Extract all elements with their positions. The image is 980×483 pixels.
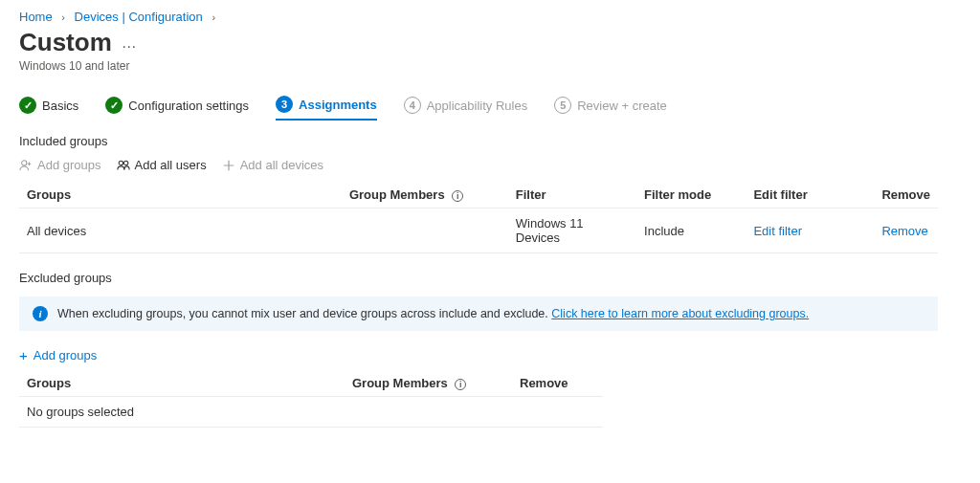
add-all-devices-button[interactable]: Add all devices — [222, 158, 323, 172]
wizard-steps: ✓ Basics ✓ Configuration settings 3 Assi… — [19, 96, 961, 121]
step-label: Assignments — [299, 98, 377, 112]
button-label: Add groups — [37, 158, 101, 172]
step-label: Basics — [42, 99, 78, 113]
person-add-icon — [19, 159, 33, 172]
included-groups-table: Groups Group Members i Filter Filter mod… — [19, 182, 938, 253]
plus-icon — [222, 159, 235, 172]
cell-group: All devices — [19, 209, 342, 253]
col-mode: Filter mode — [636, 182, 746, 209]
info-icon[interactable]: i — [455, 379, 466, 390]
chevron-right-icon: › — [61, 11, 65, 23]
remove-link[interactable]: Remove — [881, 224, 927, 238]
step-label: Applicability Rules — [427, 99, 528, 113]
included-toolbar: Add groups Add all users Add all devices — [19, 158, 961, 172]
cell-filter: Windows 11 Devices — [508, 209, 636, 253]
step-number-icon: 5 — [554, 97, 571, 114]
step-review-create[interactable]: 5 Review + create — [554, 97, 667, 120]
button-label: Add all devices — [240, 158, 323, 172]
page-title: Custom — [19, 28, 112, 57]
info-icon[interactable]: i — [452, 190, 463, 202]
button-label: Add groups — [33, 348, 98, 362]
chevron-right-icon: › — [212, 11, 215, 23]
info-icon: i — [33, 306, 48, 321]
col-filter: Filter — [508, 182, 636, 209]
col-groups: Groups — [19, 370, 345, 397]
breadcrumb-devices-config[interactable]: Devices | Configuration — [75, 10, 203, 24]
col-members: Group Members i — [345, 370, 512, 397]
col-members: Group Members i — [342, 182, 508, 209]
learn-more-link[interactable]: Click here to learn more about excluding… — [551, 307, 809, 320]
col-remove: Remove — [512, 370, 603, 397]
step-applicability-rules[interactable]: 4 Applicability Rules — [404, 97, 528, 120]
add-groups-button[interactable]: Add groups — [19, 158, 101, 172]
step-number-icon: 3 — [276, 96, 293, 113]
more-actions-button[interactable]: … — [122, 34, 138, 52]
step-label: Configuration settings — [128, 99, 249, 113]
add-excluded-groups-button[interactable]: + Add groups — [19, 348, 97, 362]
col-edit: Edit filter — [746, 182, 874, 209]
people-icon — [117, 159, 130, 172]
page-subtitle: Windows 10 and later — [19, 59, 961, 73]
step-config-settings[interactable]: ✓ Configuration settings — [105, 97, 249, 120]
breadcrumb: Home › Devices | Configuration › — [19, 10, 961, 24]
svg-point-2 — [123, 161, 127, 165]
table-row: All devices Windows 11 Devices Include E… — [19, 209, 938, 253]
col-remove: Remove — [874, 182, 938, 209]
checkmark-icon: ✓ — [19, 97, 36, 114]
included-groups-header: Included groups — [19, 134, 961, 148]
edit-filter-link[interactable]: Edit filter — [753, 224, 802, 238]
step-number-icon: 4 — [404, 97, 421, 114]
excluded-info-banner: i When excluding groups, you cannot mix … — [19, 296, 938, 331]
checkmark-icon: ✓ — [105, 97, 122, 114]
excluded-groups-table: Groups Group Members i Remove No groups … — [19, 370, 603, 428]
add-all-users-button[interactable]: Add all users — [117, 158, 207, 172]
empty-state-text: No groups selected — [19, 397, 603, 428]
button-label: Add all users — [135, 158, 207, 172]
table-row-empty: No groups selected — [19, 397, 603, 428]
col-groups: Groups — [19, 182, 342, 209]
excluded-groups-header: Excluded groups — [19, 271, 961, 285]
step-label: Review + create — [577, 99, 667, 113]
cell-members — [342, 209, 508, 253]
cell-mode: Include — [636, 209, 746, 253]
banner-text: When excluding groups, you cannot mix us… — [57, 307, 809, 320]
step-basics[interactable]: ✓ Basics — [19, 97, 78, 120]
svg-point-1 — [119, 161, 122, 165]
breadcrumb-home[interactable]: Home — [19, 10, 53, 24]
plus-icon: + — [19, 348, 28, 362]
svg-point-0 — [22, 160, 27, 165]
step-assignments[interactable]: 3 Assignments — [276, 96, 377, 121]
